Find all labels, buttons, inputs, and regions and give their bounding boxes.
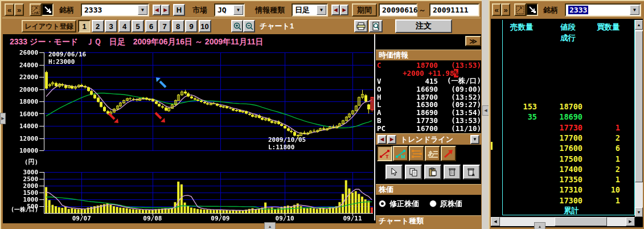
tool-parallel-lines[interactable] [409,146,424,161]
book-popout-icon[interactable] [526,3,538,16]
zoom-out-button[interactable] [243,20,255,32]
tool-text-note[interactable]: あ [425,146,440,161]
chart-window: « » 銘柄 2333 ▼ ◀ ▶ H 市場 JQ ▼ 情報種類 日足 [0,0,484,229]
history-button[interactable]: H [173,4,185,16]
trend-next-button[interactable]: ▶ [387,135,396,144]
book-toolbar: « » 銘柄 2333 ▼ [491,2,643,18]
book-row-18700[interactable]: 15318700 [491,102,635,112]
info-type-combobox[interactable]: 日足 ▼ [292,3,328,17]
order-button[interactable]: 注文 [395,19,452,33]
interval-next-button[interactable]: ▶ [340,5,348,15]
chart-name-label: チャート1 [260,21,294,31]
copy-icon [409,167,418,177]
layout-button-2[interactable]: 2 [92,20,104,32]
radio-original-icon [429,200,437,207]
expand-panel-button[interactable]: ≫ [465,36,481,46]
market-combobox[interactable]: JQ ▼ [214,3,245,17]
preview-button[interactable] [369,20,383,32]
popout-arrow-icon[interactable] [42,3,54,16]
print-button[interactable] [354,20,368,32]
window-splitter[interactable]: ◀ [482,0,489,229]
book-pane-swap-icon[interactable] [514,3,526,16]
delete-all-button[interactable]: a [463,165,480,179]
trendline-edit-tools: a [385,165,480,180]
copy-button[interactable] [405,165,422,179]
layout-button-9[interactable]: 9 [185,20,198,32]
svg-text:a: a [472,172,475,177]
layout-button-4[interactable]: 4 [118,20,131,32]
candlestick-chart-canvas[interactable] [3,50,376,223]
order-book-window: « » 銘柄 2333 ▼ 売数量 値段 買数量 成行 153187003518… [489,0,644,229]
code-label: 銘柄 [59,5,74,16]
book-row-17700[interactable]: 177002 [491,133,635,144]
layout-button-3[interactable]: 3 [105,20,117,32]
radio-original-price[interactable]: 原株価 [429,199,462,208]
book-row-17730[interactable]: 177301 [491,123,635,133]
layout-button-7[interactable]: 7 [158,20,171,32]
select-cursor-button[interactable] [385,165,403,179]
svg-text:あ: あ [428,150,434,157]
book-row-17600[interactable]: 176006 [491,144,635,154]
quote-row-C: C18700(13:53) [377,62,481,69]
bottom-splitter-handle[interactable]: ▲ [264,222,276,229]
book-forward-button[interactable]: » [501,3,510,16]
code-combobox[interactable]: 2333 ▼ [81,3,149,17]
layout-button-5[interactable]: 5 [132,20,144,32]
hscroll-thumb[interactable] [555,217,607,226]
market-dropdown-icon[interactable]: ▼ [233,5,243,15]
book-hscrollbar[interactable]: ◀ ▶ [491,217,635,226]
paste-button[interactable] [424,165,441,179]
period-to-field[interactable]: 20091111 [429,3,479,17]
zoom-out-icon [245,22,253,30]
scroll-down-button[interactable]: ▼ [635,207,643,217]
radio-adjusted-price[interactable]: 修正株価 [379,199,419,208]
printer-icon [356,22,366,30]
page-forward-button[interactable]: » [14,3,24,16]
vscroll-thumb[interactable] [635,31,643,182]
trend-dropdown-button[interactable]: ▼ [470,135,479,144]
scroll-up-button[interactable]: ▲ [635,20,643,30]
code-prev-button[interactable]: ◀ [153,5,161,15]
trend-line-t-icon: T [379,149,391,159]
zoom-in-button[interactable] [231,20,243,32]
layout-button-6[interactable]: 6 [145,20,158,32]
arrow-stamp-icon [443,149,454,159]
book-code-combobox[interactable]: 2333 ▼ [565,3,641,17]
tool-trend-line-m[interactable]: M [393,146,408,161]
book-code-dropdown-icon[interactable]: ▼ [630,5,639,15]
code-next-button[interactable]: ▶ [161,5,170,15]
page-back-button[interactable]: « [5,3,14,16]
book-row-17310[interactable]: 1731010 [491,185,635,195]
period-button[interactable]: 期間 [352,3,377,17]
book-code-label: 銘柄 [543,5,558,16]
price-mode-panel-header: 株価 [376,184,481,195]
book-row-17500[interactable]: 175001 [491,154,635,165]
tool-trend-line-t[interactable]: T [377,146,392,161]
book-row-17400[interactable]: 174002 [491,165,635,175]
layout-register-button[interactable]: レイアウト登録 [22,20,76,32]
book-row-17350[interactable]: 173501 [491,175,635,185]
scroll-left-button[interactable]: ◀ [491,217,500,226]
left-splitter-handle[interactable]: ▶ [0,113,6,124]
price-mode-options: 修正株価 原株価 [379,199,481,209]
book-row-17300[interactable]: 173001 [491,196,635,206]
quote-row-V: V415(一株/口) [377,77,481,85]
tool-arrow-stamp[interactable] [441,146,456,161]
scroll-right-button[interactable]: ▶ [626,217,635,226]
layout-button-10[interactable]: 10 [199,20,211,32]
layout-button-8[interactable]: 8 [172,20,184,32]
interval-prev-button[interactable]: ◀ [331,5,340,15]
delete-button[interactable] [444,165,461,179]
trend-prev-button[interactable]: ◀ [378,135,387,144]
svg-text:M: M [401,154,405,159]
quote-row-A: A18690(13:54) [377,109,481,117]
book-row-18690[interactable]: 3518690 [491,112,635,122]
book-bottom-splitter-handle[interactable]: ▲ [534,222,545,229]
book-vscrollbar[interactable]: ▲ ▼ [635,20,643,217]
pane-swap-icon[interactable] [30,3,42,16]
period-from-field[interactable]: 20090616 [379,3,417,17]
info-type-dropdown-icon[interactable]: ▼ [317,5,326,15]
book-back-button[interactable]: « [492,3,501,16]
code-dropdown-icon[interactable]: ▼ [138,5,147,15]
layout-button-1[interactable]: 1 [78,20,91,32]
